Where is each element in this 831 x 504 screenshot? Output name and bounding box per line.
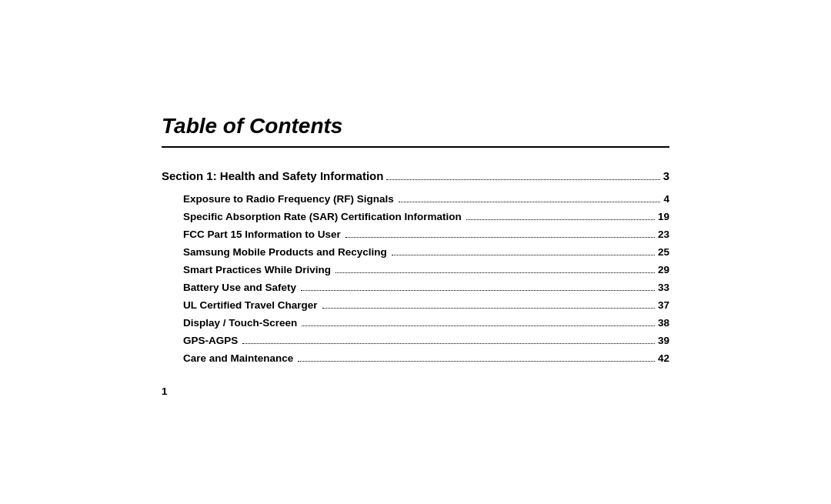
page-container: Table of Contents Section 1: Health and … xyxy=(115,77,716,428)
footer-page-number: 1 xyxy=(162,386,669,397)
entry-dots xyxy=(242,343,655,344)
toc-entry: Care and Maintenance42 xyxy=(183,352,669,364)
entry-dots xyxy=(322,308,655,309)
title-divider xyxy=(162,146,669,148)
entry-page: 33 xyxy=(658,282,669,293)
entry-dots xyxy=(345,237,655,238)
entry-page: 37 xyxy=(658,299,669,311)
toc-entry: Exposure to Radio Frequency (RF) Signals… xyxy=(183,193,669,205)
entry-page: 42 xyxy=(658,352,669,364)
section-page: 3 xyxy=(663,169,669,182)
entry-dots xyxy=(335,272,655,273)
entry-page: 25 xyxy=(658,246,669,258)
entry-dots xyxy=(392,255,655,255)
entry-page: 39 xyxy=(658,335,669,346)
entry-title: FCC Part 15 Information to User xyxy=(183,229,341,240)
toc-entries: Exposure to Radio Frequency (RF) Signals… xyxy=(183,193,669,364)
section-dots xyxy=(386,179,659,180)
toc-entry: Specific Absorption Rate (SAR) Certifica… xyxy=(183,211,669,222)
entry-dots xyxy=(399,202,661,202)
page-title: Table of Contents xyxy=(162,114,669,139)
entry-dots xyxy=(301,290,655,291)
toc-entry: Battery Use and Safety33 xyxy=(183,282,669,293)
entry-title: Battery Use and Safety xyxy=(183,282,296,293)
entry-title: Samsung Mobile Products and Recycling xyxy=(183,246,387,258)
toc-entry: FCC Part 15 Information to User23 xyxy=(183,229,669,240)
entry-page: 29 xyxy=(658,264,669,275)
section-header: Section 1: Health and Safety Information… xyxy=(162,169,669,182)
entry-page: 19 xyxy=(658,211,669,222)
entry-dots xyxy=(302,325,655,326)
entry-title: Smart Practices While Driving xyxy=(183,264,331,275)
entry-title: Care and Maintenance xyxy=(183,352,293,364)
toc-entry: Smart Practices While Driving29 xyxy=(183,264,669,275)
entry-page: 38 xyxy=(658,317,669,329)
entry-page: 23 xyxy=(658,229,669,240)
entry-title: Display / Touch-Screen xyxy=(183,317,297,329)
toc-entry: GPS-AGPS39 xyxy=(183,335,669,346)
entry-title: Exposure to Radio Frequency (RF) Signals xyxy=(183,193,394,205)
toc-entry: Samsung Mobile Products and Recycling25 xyxy=(183,246,669,258)
entry-title: GPS-AGPS xyxy=(183,335,238,346)
entry-dots xyxy=(298,361,655,362)
toc-entry: Display / Touch-Screen38 xyxy=(183,317,669,329)
section-title: Section 1: Health and Safety Information xyxy=(162,169,383,182)
entry-page: 4 xyxy=(663,193,669,205)
entry-title: UL Certified Travel Charger xyxy=(183,299,318,311)
entry-dots xyxy=(466,219,655,220)
entry-title: Specific Absorption Rate (SAR) Certifica… xyxy=(183,211,462,222)
toc-entry: UL Certified Travel Charger37 xyxy=(183,299,669,311)
